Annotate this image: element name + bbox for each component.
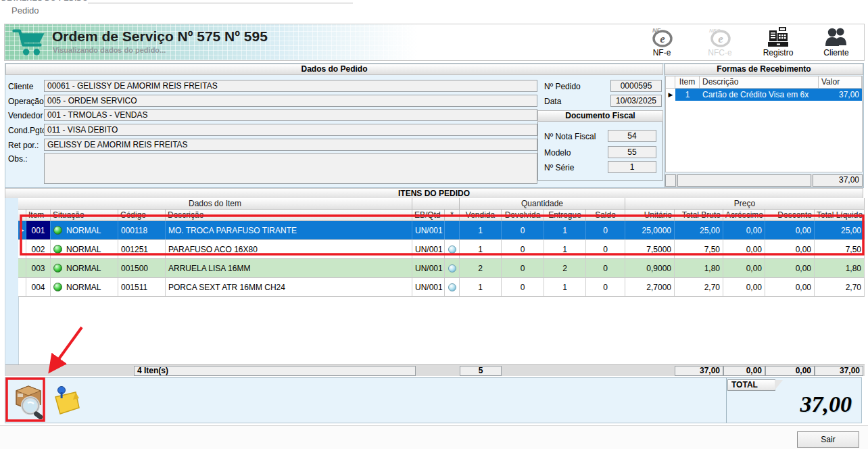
acrescimo-cell: 0,00 [723,221,765,239]
vendida-cell: 1 [460,221,502,239]
status-normal-icon [53,245,62,254]
ret-por-field[interactable]: GELISSY DE AMORIM REIS FREITAS [44,139,537,151]
stock-search-button[interactable] [11,380,46,421]
summary-vendida: 5 [460,366,502,376]
data-field[interactable]: 10/03/2025 [610,95,662,107]
operacao-field[interactable]: 005 - ORDEM SERVICO [44,95,537,107]
app-window: DETALHES DO PEDIDO Pedido Ordem de Servi… [0,0,868,449]
page-title: Ordem de Serviço Nº 575 Nº 595 [52,28,268,45]
unitario-cell: 25,0000 [625,221,675,239]
entregue-cell: 1 [544,278,586,296]
unitario-cell: 0,9000 [625,259,675,277]
data-label: Data [544,97,561,106]
nfce-label: NFC-e [699,48,741,57]
serie-field[interactable]: 1 [608,161,656,173]
items-summary-row: 4 Iten(s) 5 37,00 0,00 0,00 37,00 [5,364,865,376]
col-item: Item [26,210,51,221]
note-button[interactable] [50,383,82,418]
summary-total-liquido: 37,00 [815,366,863,376]
operacao-label: Operação [8,97,44,106]
total-label: TOTAL [727,379,775,391]
descricao-cell: PARAFUSO ACO 16X80 [166,240,412,258]
star-cell [445,259,460,277]
cliente-field[interactable]: 00061 - GELISSY DE AMORIM REIS FREITAS [44,80,537,92]
svg-text:e: e [718,32,723,45]
saldo-cell: 0 [586,259,625,277]
col-devolvida: Devolvida [502,210,544,221]
numero-pedido-field[interactable]: 0000595 [610,80,662,92]
entregue-cell: 2 [544,259,586,277]
stock-orb-icon [448,264,456,273]
item-number-cell: 004 [26,278,51,296]
descricao-cell: ARRUELA LISA 16MM [166,259,412,277]
total-value: 37,00 [800,392,852,417]
vendida-cell: 1 [460,240,502,258]
total-bruto-cell: 25,00 [675,221,723,239]
nfe-icon: e NF [641,26,683,48]
payments-selector-header [666,76,675,88]
nfe-button[interactable]: e NF NF-e [641,26,683,57]
footer-strip: TOTAL 37,00 [5,377,862,423]
col-saldo: Saldo [586,210,625,221]
row-selector-arrow: ▶ [666,89,675,101]
status-normal-icon [53,226,62,235]
codigo-cell: 001500 [118,259,166,277]
registro-button[interactable]: Registro [757,26,799,57]
cond-pgto-field[interactable]: 011 - VISA DEBITO [44,124,537,136]
summary-desconto: 0,00 [765,366,815,376]
nfce-icon: e NFC [699,26,741,48]
status-normal-icon [53,283,62,291]
registro-label: Registro [757,48,799,57]
cash-register-icon [757,26,799,48]
cliente-button[interactable]: Cliente [815,26,857,57]
devolvida-cell: 0 [502,240,544,258]
col-entregue: Entregue [544,210,586,221]
cond-pgto-label: Cond.Pgto [8,126,47,135]
items-count: 4 Iten(s) [134,366,416,376]
order-section-title: Dados do Pedido [5,64,663,75]
item-row-3[interactable]: 003 NORMAL 001500 ARRUELA LISA 16MM UN/0… [18,259,865,278]
sticky-note-pin-icon [50,383,82,416]
desconto-cell: 0,00 [765,259,815,277]
col-selector [18,210,26,221]
toolbar: e NF NF-e e NFC NFC-e [641,26,857,57]
vendedor-label: Vendedor [8,111,43,120]
situacao-cell: NORMAL [51,278,118,296]
saldo-cell: 0 [586,240,625,258]
modelo-field[interactable]: 55 [608,146,656,158]
item-row-2[interactable]: 002 NORMAL 001251 PARAFUSO ACO 16X80 UN/… [18,240,865,259]
nota-fiscal-field[interactable]: 54 [608,130,656,142]
vendida-cell: 1 [460,278,502,296]
svg-text:e: e [660,32,665,45]
modelo-label: Modelo [544,148,571,158]
col-ebqtd: EB/Qtd [412,210,445,221]
item-number-cell: 001 [26,221,51,239]
payment-row[interactable]: ▶ 1 Cartão de Crédito Visa em 6x 37,00 [666,89,862,101]
numero-pedido-label: Nº Pedido [544,82,581,91]
item-row-4[interactable]: 004 NORMAL 001511 PORCA SEXT ATR 16MM CH… [18,278,865,297]
items-column-header-row: Item Situação Código Descrição EB/Qtd * … [18,210,865,221]
tab-pedido[interactable]: Pedido [11,5,39,16]
payment-description: Cartão de Crédito Visa em 6x [700,89,819,101]
col-unitario: Unitário [625,210,675,221]
ebqtd-cell: UN/001 [412,240,445,258]
devolvida-cell: 0 [502,221,544,239]
col-total-bruto: Total Bruto [675,210,723,221]
situacao-cell: NORMAL [51,259,118,277]
obs-field[interactable] [44,153,537,184]
payments-empty-area [666,101,862,172]
col-total-liquido: Total Líquido [815,210,865,221]
star-cell [445,221,460,239]
row-selector [18,278,26,296]
sair-button[interactable]: Sair [797,431,859,448]
payments-summary-spacer [665,174,676,187]
nfce-button[interactable]: e NFC NFC-e [699,26,741,57]
ebqtd-cell: UN/001 [412,221,445,239]
row-selector-arrow: ▶ [18,221,26,239]
cliente-label: Cliente [815,48,857,57]
saldo-cell: 0 [586,278,625,296]
nota-fiscal-label: Nº Nota Fiscal [544,132,596,141]
vendedor-field[interactable]: 001 - TRMOLAS - VENDAS [44,109,537,121]
item-row-1[interactable]: ▶ 001 NORMAL 000118 MO. TROCA PARAFUSO T… [18,221,865,240]
documento-fiscal-title: Documento Fiscal [537,110,663,122]
